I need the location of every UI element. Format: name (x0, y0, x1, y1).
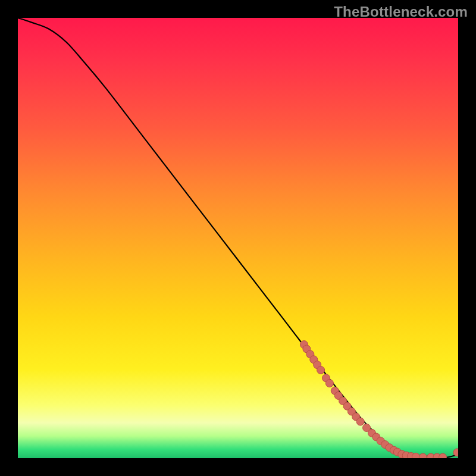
data-point (453, 449, 458, 456)
data-points (300, 341, 459, 458)
data-point (317, 367, 325, 374)
plot-area (18, 18, 458, 458)
data-point (412, 453, 419, 458)
data-point (419, 453, 427, 458)
data-point (439, 453, 447, 458)
data-point (356, 418, 364, 425)
data-point (325, 380, 333, 387)
chart-stage: TheBottleneck.com (0, 0, 476, 476)
points-layer (18, 18, 458, 458)
